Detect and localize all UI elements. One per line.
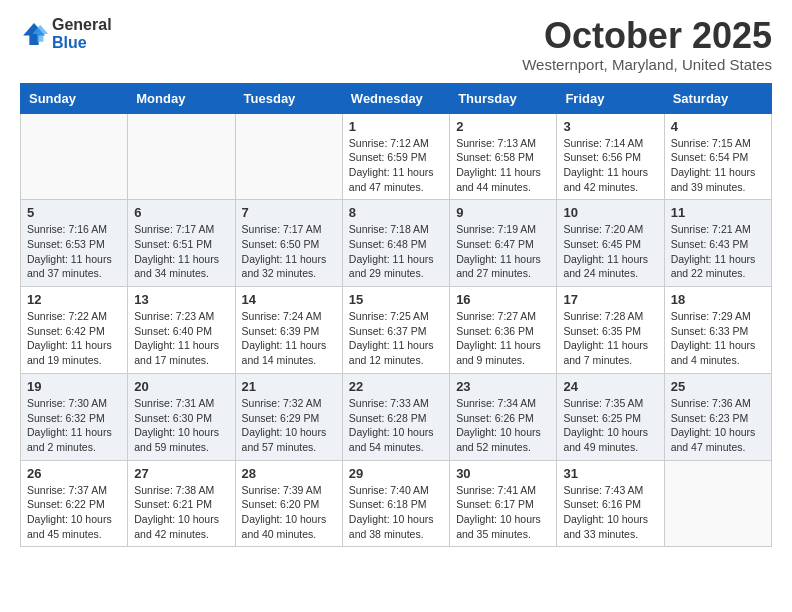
day-number: 3 <box>563 119 657 134</box>
day-number: 29 <box>349 466 443 481</box>
calendar-cell: 19Sunrise: 7:30 AM Sunset: 6:32 PM Dayli… <box>21 373 128 460</box>
day-number: 26 <box>27 466 121 481</box>
day-info: Sunrise: 7:43 AM Sunset: 6:16 PM Dayligh… <box>563 483 657 542</box>
calendar-week-row-2: 5Sunrise: 7:16 AM Sunset: 6:53 PM Daylig… <box>21 200 772 287</box>
day-number: 25 <box>671 379 765 394</box>
day-info: Sunrise: 7:29 AM Sunset: 6:33 PM Dayligh… <box>671 309 765 368</box>
col-saturday: Saturday <box>664 83 771 113</box>
calendar-cell: 29Sunrise: 7:40 AM Sunset: 6:18 PM Dayli… <box>342 460 449 547</box>
day-number: 2 <box>456 119 550 134</box>
calendar-cell: 4Sunrise: 7:15 AM Sunset: 6:54 PM Daylig… <box>664 113 771 200</box>
day-info: Sunrise: 7:27 AM Sunset: 6:36 PM Dayligh… <box>456 309 550 368</box>
day-info: Sunrise: 7:28 AM Sunset: 6:35 PM Dayligh… <box>563 309 657 368</box>
calendar-cell: 1Sunrise: 7:12 AM Sunset: 6:59 PM Daylig… <box>342 113 449 200</box>
calendar-week-row-1: 1Sunrise: 7:12 AM Sunset: 6:59 PM Daylig… <box>21 113 772 200</box>
day-number: 30 <box>456 466 550 481</box>
calendar-cell: 22Sunrise: 7:33 AM Sunset: 6:28 PM Dayli… <box>342 373 449 460</box>
day-info: Sunrise: 7:15 AM Sunset: 6:54 PM Dayligh… <box>671 136 765 195</box>
day-info: Sunrise: 7:34 AM Sunset: 6:26 PM Dayligh… <box>456 396 550 455</box>
day-info: Sunrise: 7:20 AM Sunset: 6:45 PM Dayligh… <box>563 222 657 281</box>
day-number: 28 <box>242 466 336 481</box>
day-info: Sunrise: 7:17 AM Sunset: 6:51 PM Dayligh… <box>134 222 228 281</box>
calendar-week-row-3: 12Sunrise: 7:22 AM Sunset: 6:42 PM Dayli… <box>21 287 772 374</box>
day-number: 10 <box>563 205 657 220</box>
logo-text: General Blue <box>52 16 112 51</box>
day-number: 17 <box>563 292 657 307</box>
col-sunday: Sunday <box>21 83 128 113</box>
title-block: October 2025 Westernport, Maryland, Unit… <box>522 16 772 73</box>
day-number: 1 <box>349 119 443 134</box>
day-number: 24 <box>563 379 657 394</box>
calendar-cell: 12Sunrise: 7:22 AM Sunset: 6:42 PM Dayli… <box>21 287 128 374</box>
day-number: 13 <box>134 292 228 307</box>
day-number: 8 <box>349 205 443 220</box>
day-number: 18 <box>671 292 765 307</box>
day-info: Sunrise: 7:12 AM Sunset: 6:59 PM Dayligh… <box>349 136 443 195</box>
calendar-cell <box>235 113 342 200</box>
calendar-cell: 18Sunrise: 7:29 AM Sunset: 6:33 PM Dayli… <box>664 287 771 374</box>
calendar-cell: 23Sunrise: 7:34 AM Sunset: 6:26 PM Dayli… <box>450 373 557 460</box>
calendar-cell: 9Sunrise: 7:19 AM Sunset: 6:47 PM Daylig… <box>450 200 557 287</box>
day-info: Sunrise: 7:38 AM Sunset: 6:21 PM Dayligh… <box>134 483 228 542</box>
calendar-cell <box>128 113 235 200</box>
calendar-cell: 27Sunrise: 7:38 AM Sunset: 6:21 PM Dayli… <box>128 460 235 547</box>
calendar-cell: 17Sunrise: 7:28 AM Sunset: 6:35 PM Dayli… <box>557 287 664 374</box>
day-info: Sunrise: 7:36 AM Sunset: 6:23 PM Dayligh… <box>671 396 765 455</box>
day-info: Sunrise: 7:33 AM Sunset: 6:28 PM Dayligh… <box>349 396 443 455</box>
header: General Blue October 2025 Westernport, M… <box>20 16 772 73</box>
day-number: 4 <box>671 119 765 134</box>
day-info: Sunrise: 7:37 AM Sunset: 6:22 PM Dayligh… <box>27 483 121 542</box>
calendar-week-row-5: 26Sunrise: 7:37 AM Sunset: 6:22 PM Dayli… <box>21 460 772 547</box>
day-number: 23 <box>456 379 550 394</box>
calendar-cell: 11Sunrise: 7:21 AM Sunset: 6:43 PM Dayli… <box>664 200 771 287</box>
day-info: Sunrise: 7:21 AM Sunset: 6:43 PM Dayligh… <box>671 222 765 281</box>
calendar-cell: 8Sunrise: 7:18 AM Sunset: 6:48 PM Daylig… <box>342 200 449 287</box>
calendar-cell: 25Sunrise: 7:36 AM Sunset: 6:23 PM Dayli… <box>664 373 771 460</box>
calendar-cell: 6Sunrise: 7:17 AM Sunset: 6:51 PM Daylig… <box>128 200 235 287</box>
day-number: 22 <box>349 379 443 394</box>
day-number: 31 <box>563 466 657 481</box>
calendar-cell: 14Sunrise: 7:24 AM Sunset: 6:39 PM Dayli… <box>235 287 342 374</box>
calendar-cell: 16Sunrise: 7:27 AM Sunset: 6:36 PM Dayli… <box>450 287 557 374</box>
calendar-cell: 2Sunrise: 7:13 AM Sunset: 6:58 PM Daylig… <box>450 113 557 200</box>
day-number: 6 <box>134 205 228 220</box>
day-info: Sunrise: 7:17 AM Sunset: 6:50 PM Dayligh… <box>242 222 336 281</box>
day-number: 11 <box>671 205 765 220</box>
day-number: 14 <box>242 292 336 307</box>
day-info: Sunrise: 7:13 AM Sunset: 6:58 PM Dayligh… <box>456 136 550 195</box>
day-info: Sunrise: 7:35 AM Sunset: 6:25 PM Dayligh… <box>563 396 657 455</box>
day-number: 19 <box>27 379 121 394</box>
day-number: 7 <box>242 205 336 220</box>
calendar-cell <box>21 113 128 200</box>
day-info: Sunrise: 7:30 AM Sunset: 6:32 PM Dayligh… <box>27 396 121 455</box>
col-thursday: Thursday <box>450 83 557 113</box>
day-info: Sunrise: 7:24 AM Sunset: 6:39 PM Dayligh… <box>242 309 336 368</box>
day-info: Sunrise: 7:39 AM Sunset: 6:20 PM Dayligh… <box>242 483 336 542</box>
day-info: Sunrise: 7:23 AM Sunset: 6:40 PM Dayligh… <box>134 309 228 368</box>
logo: General Blue <box>20 16 112 51</box>
calendar-cell: 3Sunrise: 7:14 AM Sunset: 6:56 PM Daylig… <box>557 113 664 200</box>
day-info: Sunrise: 7:40 AM Sunset: 6:18 PM Dayligh… <box>349 483 443 542</box>
calendar-cell: 26Sunrise: 7:37 AM Sunset: 6:22 PM Dayli… <box>21 460 128 547</box>
location-title: Westernport, Maryland, United States <box>522 56 772 73</box>
day-number: 27 <box>134 466 228 481</box>
day-info: Sunrise: 7:14 AM Sunset: 6:56 PM Dayligh… <box>563 136 657 195</box>
col-wednesday: Wednesday <box>342 83 449 113</box>
month-title: October 2025 <box>522 16 772 56</box>
logo-icon <box>20 20 48 48</box>
calendar-cell: 24Sunrise: 7:35 AM Sunset: 6:25 PM Dayli… <box>557 373 664 460</box>
day-number: 5 <box>27 205 121 220</box>
col-tuesday: Tuesday <box>235 83 342 113</box>
calendar-cell: 15Sunrise: 7:25 AM Sunset: 6:37 PM Dayli… <box>342 287 449 374</box>
day-info: Sunrise: 7:32 AM Sunset: 6:29 PM Dayligh… <box>242 396 336 455</box>
day-number: 21 <box>242 379 336 394</box>
day-number: 20 <box>134 379 228 394</box>
calendar: Sunday Monday Tuesday Wednesday Thursday… <box>20 83 772 548</box>
calendar-cell <box>664 460 771 547</box>
calendar-header-row: Sunday Monday Tuesday Wednesday Thursday… <box>21 83 772 113</box>
logo-general: General <box>52 16 112 34</box>
calendar-cell: 13Sunrise: 7:23 AM Sunset: 6:40 PM Dayli… <box>128 287 235 374</box>
day-info: Sunrise: 7:41 AM Sunset: 6:17 PM Dayligh… <box>456 483 550 542</box>
logo-blue: Blue <box>52 34 112 52</box>
calendar-cell: 5Sunrise: 7:16 AM Sunset: 6:53 PM Daylig… <box>21 200 128 287</box>
